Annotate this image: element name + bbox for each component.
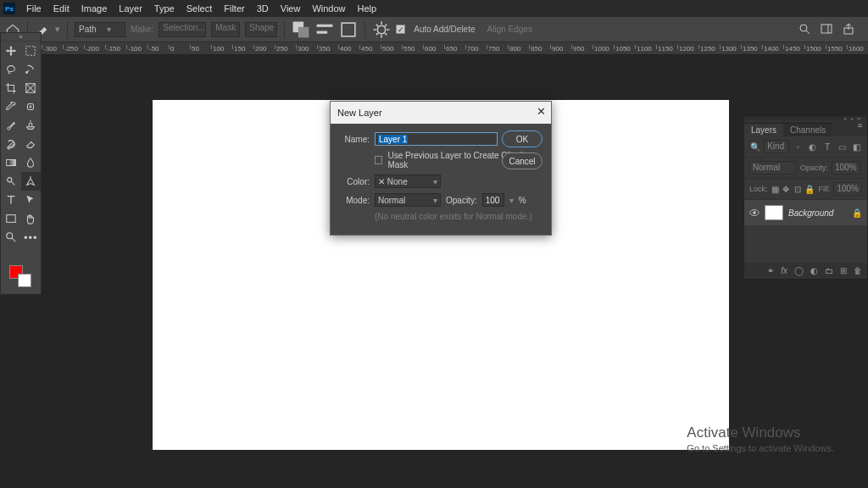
name-input[interactable]: Layer 1 xyxy=(375,132,498,146)
layers-panel-footer: ⚭ fx ◯ ◐ 🗀 ⊞ 🗑 xyxy=(744,263,867,279)
svg-rect-2 xyxy=(317,24,333,26)
tools-panel: « ••• xyxy=(0,32,42,295)
more-tools[interactable]: ••• xyxy=(21,228,42,247)
marquee-tool[interactable] xyxy=(21,42,42,60)
selection-button[interactable]: Selection... xyxy=(159,22,206,37)
crop-tool[interactable] xyxy=(1,79,21,97)
options-bar: ▾ Path▾ Make: Selection... Mask Shape ✓ … xyxy=(0,17,868,42)
menu-window[interactable]: Window xyxy=(306,3,351,14)
zoom-tool[interactable] xyxy=(1,228,21,247)
menu-image[interactable]: Image xyxy=(75,3,114,14)
lock-all-icon[interactable]: 🔒 xyxy=(804,183,815,195)
menu-type[interactable]: Type xyxy=(148,3,181,14)
lock-artboard-icon[interactable]: ⊡ xyxy=(793,183,801,195)
path-mode-select[interactable]: Path▾ xyxy=(75,22,125,37)
layer-row-background[interactable]: Background 🔒 xyxy=(744,200,867,225)
move-tool[interactable] xyxy=(1,42,21,60)
pen-tool[interactable] xyxy=(21,172,42,191)
visibility-icon[interactable] xyxy=(749,208,760,218)
mode-label: Mode: xyxy=(339,196,370,205)
toolbar-collapse[interactable]: « xyxy=(1,33,41,42)
edit-toolbar[interactable] xyxy=(1,247,21,265)
path-align-icon[interactable] xyxy=(315,21,334,38)
lock-position-icon[interactable]: ✥ xyxy=(782,183,790,195)
filter-type-icon[interactable]: T xyxy=(822,141,833,152)
fill-label: Fill: xyxy=(818,185,830,193)
panel-menu-icon[interactable]: ≡ xyxy=(858,121,862,130)
shape-button[interactable]: Shape xyxy=(245,22,277,37)
dialog-titlebar[interactable]: New Layer ✕ xyxy=(331,102,551,124)
mode-select[interactable]: Normal▾ xyxy=(375,193,441,207)
menu-layer[interactable]: Layer xyxy=(113,3,148,14)
filter-smart-icon[interactable]: ◧ xyxy=(851,141,862,152)
mask-icon[interactable]: ◯ xyxy=(794,266,804,275)
menu-edit[interactable]: Edit xyxy=(47,3,75,14)
gradient-tool[interactable] xyxy=(1,153,21,172)
quick-select-tool[interactable] xyxy=(21,60,42,79)
menu-3d[interactable]: 3D xyxy=(251,3,275,14)
menu-file[interactable]: File xyxy=(20,3,47,14)
path-select-tool[interactable] xyxy=(21,191,42,209)
filter-adjust-icon[interactable]: ◐ xyxy=(807,141,818,152)
layer-name[interactable]: Background xyxy=(788,208,847,218)
layer-opacity-input[interactable]: 100% xyxy=(832,161,860,175)
lock-icon[interactable]: 🔒 xyxy=(852,208,862,218)
search-icon[interactable] xyxy=(798,23,810,36)
clipping-mask-checkbox[interactable] xyxy=(375,156,382,164)
tab-layers[interactable]: Layers xyxy=(744,123,783,136)
layer-fill-input[interactable]: 100% xyxy=(833,182,862,196)
menu-filter[interactable]: Filter xyxy=(218,3,250,14)
layer-thumbnail[interactable] xyxy=(765,205,783,220)
brush-tool[interactable] xyxy=(1,116,21,135)
fx-icon[interactable]: fx xyxy=(781,266,787,275)
healing-tool[interactable] xyxy=(21,97,42,116)
cancel-button[interactable]: Cancel xyxy=(502,152,542,169)
svg-rect-23 xyxy=(7,215,16,223)
gear-icon[interactable] xyxy=(372,21,391,38)
frame-tool[interactable] xyxy=(21,79,42,97)
hand-tool[interactable] xyxy=(21,209,42,228)
lasso-tool[interactable] xyxy=(1,60,21,79)
menu-view[interactable]: View xyxy=(275,3,307,14)
opacity-input[interactable] xyxy=(482,193,504,207)
lock-pixels-icon[interactable]: ▦ xyxy=(771,183,779,195)
lock-label: Lock: xyxy=(749,185,768,193)
menu-help[interactable]: Help xyxy=(352,3,383,14)
eraser-tool[interactable] xyxy=(21,135,42,153)
path-ops-icon[interactable] xyxy=(292,21,310,38)
menu-select[interactable]: Select xyxy=(181,3,219,14)
search-icon[interactable]: 🔍 xyxy=(749,141,760,152)
new-layer-icon[interactable]: ⊞ xyxy=(840,266,847,275)
link-layers-icon[interactable]: ⚭ xyxy=(767,266,774,275)
rectangle-tool[interactable] xyxy=(1,209,21,228)
menu-bar: Ps File Edit Image Layer Type Select Fil… xyxy=(0,0,868,17)
delete-layer-icon[interactable]: 🗑 xyxy=(854,266,862,275)
filter-shape-icon[interactable]: ▭ xyxy=(837,141,848,152)
color-select[interactable]: ✕ None▾ xyxy=(375,175,441,188)
clone-stamp-tool[interactable] xyxy=(21,116,42,135)
type-tool[interactable] xyxy=(1,191,21,209)
history-brush-tool[interactable] xyxy=(1,135,21,153)
dodge-tool[interactable] xyxy=(1,172,21,191)
tab-channels[interactable]: Channels xyxy=(783,123,832,136)
color-swatches[interactable] xyxy=(1,265,41,294)
eyedropper-tool[interactable] xyxy=(1,97,21,116)
color-label: Color: xyxy=(339,177,370,186)
svg-line-25 xyxy=(12,238,15,241)
background-color[interactable] xyxy=(18,274,31,287)
group-icon[interactable]: 🗀 xyxy=(825,266,833,275)
close-icon[interactable]: ✕ xyxy=(537,105,546,118)
auto-add-checkbox[interactable]: ✓ xyxy=(396,25,405,34)
ok-button[interactable]: OK xyxy=(502,130,542,147)
mask-button[interactable]: Mask xyxy=(211,22,240,37)
blur-tool[interactable] xyxy=(21,153,42,172)
workspace-icon[interactable] xyxy=(821,23,832,36)
path-arrange-icon[interactable] xyxy=(339,21,358,38)
filter-pixel-icon[interactable]: ▫ xyxy=(793,141,804,152)
adjustment-icon[interactable]: ◐ xyxy=(810,266,818,275)
share-icon[interactable] xyxy=(843,23,854,36)
svg-point-13 xyxy=(26,72,28,74)
blend-mode-select[interactable]: Normal xyxy=(749,161,797,175)
layer-kind-select[interactable]: Kind xyxy=(764,140,789,153)
opacity-label: Opacity: xyxy=(800,164,828,172)
